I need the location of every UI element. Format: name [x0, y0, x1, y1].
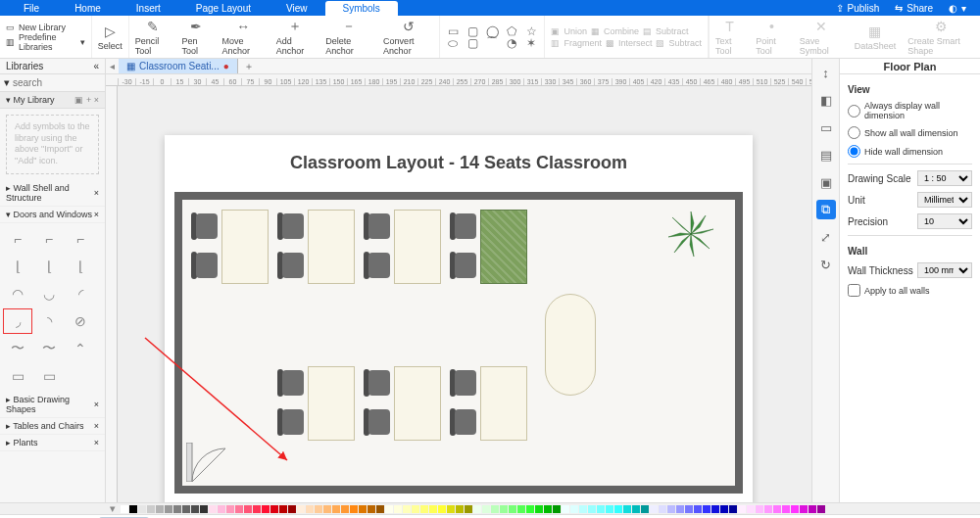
color-swatch[interactable] [729, 505, 737, 513]
color-swatch[interactable] [420, 505, 428, 513]
desk-3[interactable] [363, 208, 443, 286]
vt-page[interactable]: ▭ [816, 118, 836, 137]
user-menu[interactable]: ◐▾ [941, 3, 974, 14]
save-symbol-tool[interactable]: ✕Save Symbol [794, 16, 849, 58]
color-swatch[interactable] [270, 505, 278, 513]
swatch-mode-icon[interactable]: ▾ [110, 502, 116, 515]
color-swatch[interactable] [253, 505, 261, 513]
desk-2[interactable] [276, 208, 357, 286]
libraries-collapse-icon[interactable]: « [93, 61, 99, 71]
color-swatch[interactable] [544, 505, 552, 513]
color-swatch[interactable] [720, 505, 728, 513]
color-swatch[interactable] [562, 505, 569, 513]
color-swatch[interactable] [764, 505, 772, 513]
vt-layers[interactable]: ▤ [816, 145, 836, 165]
symbol-door-11[interactable]: ⊘ [67, 309, 94, 333]
menu-view[interactable]: View [269, 1, 325, 16]
vt-floorplan[interactable]: ⧉ [816, 200, 836, 219]
vt-image[interactable]: ▣ [816, 172, 836, 192]
section-tables[interactable]: ▸ Tables and Chairs× [0, 418, 105, 435]
color-swatch[interactable] [182, 505, 190, 513]
desk-4[interactable] [449, 208, 529, 286]
vt-cursor[interactable]: ↕ [816, 63, 836, 82]
search-caret-icon[interactable]: ▾ [4, 76, 10, 89]
delete-anchor-tool[interactable]: －Delete Anchor [319, 16, 377, 58]
color-swatch[interactable] [641, 505, 649, 513]
color-swatch[interactable] [667, 505, 675, 513]
opt-always[interactable]: Always display wall dimension [848, 101, 972, 120]
symbol-door-4[interactable]: ⌊ [4, 255, 31, 278]
color-swatch[interactable] [191, 505, 199, 513]
symbol-door-6[interactable]: ⌊ [67, 255, 94, 278]
color-swatch[interactable] [517, 505, 525, 513]
color-swatch[interactable] [597, 505, 605, 513]
color-swatch[interactable] [606, 505, 613, 513]
color-swatch[interactable] [800, 505, 808, 513]
convert-anchor-tool[interactable]: ↺Convert Anchor [377, 16, 439, 58]
color-swatch[interactable] [632, 505, 640, 513]
text-tool[interactable]: TText Tool [710, 16, 750, 58]
subtract-tool[interactable]: ▤Subtract [643, 26, 689, 36]
symbol-door-9[interactable]: ◜ [67, 282, 94, 306]
color-swatch[interactable] [756, 505, 763, 513]
color-swatch[interactable] [588, 505, 596, 513]
color-swatch[interactable] [676, 505, 684, 513]
desk-6[interactable] [363, 364, 443, 443]
symbol-door-15[interactable]: ▭ [4, 364, 31, 388]
fragment-tool[interactable]: ▥Fragment [551, 38, 602, 48]
color-swatch[interactable] [429, 505, 437, 513]
shape-pie[interactable]: ◔ [505, 37, 518, 49]
shape-ellipse[interactable]: ⬭ [446, 37, 460, 49]
symbol-door-5[interactable]: ⌊ [35, 255, 63, 278]
color-swatch[interactable] [817, 505, 825, 513]
color-swatch[interactable] [791, 505, 799, 513]
desk-7[interactable] [449, 364, 529, 443]
color-swatch[interactable] [614, 505, 622, 513]
color-swatch[interactable] [235, 505, 243, 513]
color-swatch[interactable] [359, 505, 367, 513]
color-swatch[interactable] [500, 505, 508, 513]
color-swatch[interactable] [288, 505, 296, 513]
color-swatch[interactable] [808, 505, 816, 513]
color-swatch[interactable] [173, 505, 181, 513]
color-swatch[interactable] [685, 505, 693, 513]
chair[interactable] [190, 249, 220, 282]
color-swatch[interactable] [782, 505, 790, 513]
rug[interactable] [480, 210, 527, 284]
color-swatch[interactable] [209, 505, 217, 513]
symbol-door-1[interactable]: ⌐ [4, 227, 31, 251]
color-swatch[interactable] [332, 505, 340, 513]
section-doors[interactable]: ▾ Doors and Windows× [0, 207, 105, 223]
color-swatch[interactable] [473, 505, 481, 513]
move-anchor-tool[interactable]: ↔Move Anchor [216, 16, 270, 58]
color-swatch[interactable] [350, 505, 358, 513]
shape-rrect2[interactable]: ▢ [466, 37, 479, 49]
menu-insert[interactable]: Insert [119, 1, 178, 16]
shape-arc[interactable]: ⌒ [485, 37, 499, 49]
color-swatch[interactable] [447, 505, 455, 513]
menu-file[interactable]: File [6, 1, 57, 16]
symbol-door-14[interactable]: ⌃ [67, 337, 94, 360]
color-swatch[interactable] [526, 505, 534, 513]
color-swatch[interactable] [694, 505, 702, 513]
add-tab-button[interactable]: ＋ [238, 60, 260, 73]
subtract2-tool[interactable]: ▧Subtract [656, 38, 702, 48]
color-swatch[interactable] [412, 505, 419, 513]
color-swatch[interactable] [650, 505, 658, 513]
pen-tool[interactable]: ✒Pen Tool [176, 16, 217, 58]
point-tool[interactable]: •Point Tool [750, 16, 794, 58]
color-swatch[interactable] [623, 505, 631, 513]
menu-page-layout[interactable]: Page Layout [178, 1, 269, 16]
color-swatch[interactable] [482, 505, 490, 513]
color-swatch[interactable] [456, 505, 464, 513]
document-tab[interactable]: ▦Classroom Seati...● [119, 59, 238, 73]
vt-history[interactable]: ↻ [816, 255, 836, 274]
close-tab-icon[interactable]: ● [223, 61, 229, 71]
color-swatch[interactable] [773, 505, 781, 513]
datasheet-tool[interactable]: ▦DataSheet [849, 16, 903, 58]
section-plants[interactable]: ▸ Plants× [0, 435, 105, 451]
add-anchor-tool[interactable]: ＋Add Anchor [270, 16, 320, 58]
select-tool[interactable]: ▷Select [92, 16, 128, 58]
color-swatch[interactable] [200, 505, 208, 513]
symbol-door-selected[interactable]: ◞ [4, 309, 31, 333]
